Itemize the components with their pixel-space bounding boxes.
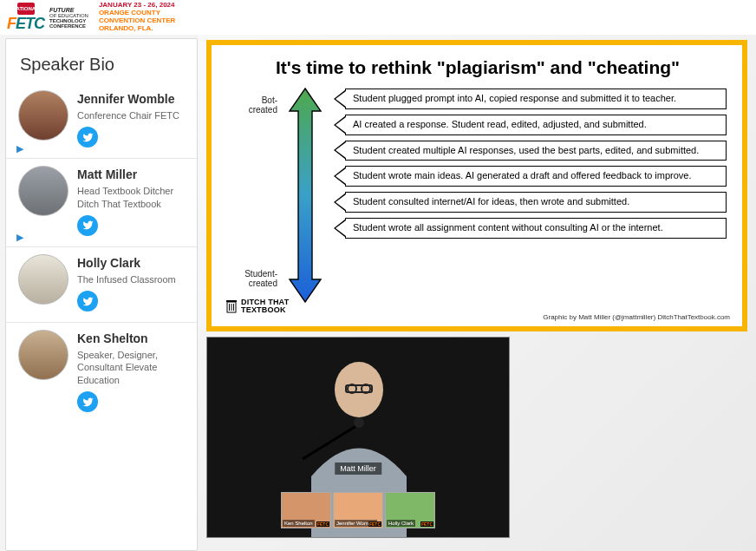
item-text: Student plugged prompt into AI, copied r… — [345, 89, 727, 109]
svg-rect-1 — [226, 300, 237, 302]
list-item: Student plugged prompt into AI, copied r… — [329, 89, 727, 109]
twitter-icon[interactable] — [77, 127, 98, 148]
item-text: AI created a response. Student read, edi… — [345, 115, 727, 135]
speaker-card: Jennifer Womble Conference Chair FETC ▶ — [6, 83, 197, 159]
arrow-left-icon — [329, 192, 345, 213]
axis-bottom-label: Student- created — [225, 269, 277, 288]
video-panel[interactable]: Matt Miller Ken Shelton FETC Jennifer Wo… — [206, 337, 510, 538]
thumb-logo: FETC — [316, 521, 329, 527]
presentation-slide: It's time to rethink "plagiarism" and "c… — [206, 40, 747, 331]
gradient-arrow-icon — [281, 87, 329, 304]
conference-dates: JANUARY 23 - 26, 2024 ORANGE COUNTY CONV… — [99, 2, 175, 32]
thumb-logo: FETC — [420, 521, 433, 527]
list-item: Student consulted internet/AI for ideas,… — [329, 192, 727, 213]
video-thumbnail[interactable]: Jennifer Womble FETC — [333, 492, 383, 528]
item-text: Student wrote main ideas. AI generated a… — [345, 166, 727, 187]
speaker-card: Ken Shelton Speaker, Designer, Consultan… — [6, 323, 197, 423]
thumb-label: Holly Clark — [387, 520, 415, 527]
logo-letter-f: F — [7, 15, 16, 33]
speaker-title: The Infused Classroom — [77, 273, 176, 285]
svg-point-11 — [354, 417, 364, 428]
list-item: Student wrote main ideas. AI generated a… — [329, 166, 727, 187]
avatar — [18, 166, 68, 216]
logo-sub-1: FUTURE — [49, 7, 88, 13]
arrow-left-icon — [329, 115, 345, 135]
sidebar-title: Speaker Bio — [6, 39, 197, 83]
list-item: Student created multiple AI responses, u… — [329, 141, 727, 161]
participant-thumbnails: Ken Shelton FETC Jennifer Womble FETC Ho… — [281, 492, 435, 528]
header-bar: NATIONAL F ETC FUTURE of EDUCATION TECHN… — [0, 0, 756, 35]
main-layout: Speaker Bio Jennifer Womble Conference C… — [0, 35, 756, 551]
national-badge: NATIONAL — [17, 3, 35, 15]
date-line-4: ORLANDO, FLA. — [99, 25, 175, 33]
item-text: Student created multiple AI responses, u… — [345, 141, 727, 161]
speaker-card: Matt Miller Head Textbook Ditcher Ditch … — [6, 159, 197, 247]
spectrum-items: Student plugged prompt into AI, copied r… — [329, 87, 730, 304]
arrow-left-icon — [329, 166, 345, 187]
presenter-name-label: Matt Miller — [335, 462, 381, 475]
twitter-icon[interactable] — [77, 391, 98, 412]
avatar — [18, 330, 68, 380]
video-thumbnail[interactable]: Ken Shelton FETC — [281, 492, 331, 528]
list-item: AI created a response. Student read, edi… — [329, 115, 727, 135]
speaker-bio-sidebar: Speaker Bio Jennifer Womble Conference C… — [5, 38, 198, 551]
slide-credit: Graphic by Matt Miller (@jmattmiller) Di… — [543, 313, 730, 321]
arrow-left-icon — [329, 218, 345, 239]
spectrum-axis-labels: Bot- created Student- created — [225, 87, 281, 304]
ditch-that-textbook-logo: DITCH THAT TEXTBOOK — [225, 298, 289, 314]
avatar — [18, 254, 68, 305]
arrow-left-icon — [329, 141, 345, 161]
arrow-left-icon — [329, 89, 345, 109]
logo-sub-4: CONFERENCE — [49, 23, 88, 29]
conference-logo: NATIONAL F ETC FUTURE of EDUCATION TECHN… — [7, 2, 175, 32]
speaker-card: Holly Clark The Infused Classroom — [6, 247, 197, 323]
speaker-name: Ken Shelton — [77, 331, 186, 345]
expand-toggle-icon[interactable]: ▶ — [16, 143, 23, 154]
expand-toggle-icon[interactable]: ▶ — [16, 232, 23, 243]
item-text: Student wrote all assignment content wit… — [345, 218, 727, 239]
logo-letters-etc: ETC — [16, 15, 44, 33]
twitter-icon[interactable] — [77, 291, 98, 312]
slide-title: It's time to rethink "plagiarism" and "c… — [225, 57, 730, 78]
speaker-name: Jennifer Womble — [77, 92, 179, 106]
list-item: Student wrote all assignment content wit… — [329, 218, 727, 239]
slide-logo-text: DITCH THAT TEXTBOOK — [241, 298, 289, 314]
content-area: It's time to rethink "plagiarism" and "c… — [198, 35, 756, 551]
speaker-title: Head Textbook Ditcher Ditch That Textboo… — [77, 185, 186, 210]
svg-point-6 — [335, 362, 383, 417]
trash-icon — [225, 298, 238, 314]
thumb-logo: FETC — [368, 521, 381, 527]
twitter-icon[interactable] — [77, 215, 98, 236]
video-thumbnail[interactable]: Holly Clark FETC — [385, 492, 435, 528]
speaker-title: Speaker, Designer, Consultant Elevate Ed… — [77, 349, 186, 386]
item-text: Student consulted internet/AI for ideas,… — [345, 192, 727, 213]
speaker-name: Matt Miller — [77, 167, 186, 181]
avatar — [18, 90, 68, 141]
speaker-title: Conference Chair FETC — [77, 109, 179, 121]
axis-top-label: Bot- created — [225, 95, 277, 115]
thumb-label: Ken Shelton — [283, 520, 315, 527]
speaker-name: Holly Clark — [77, 256, 176, 270]
